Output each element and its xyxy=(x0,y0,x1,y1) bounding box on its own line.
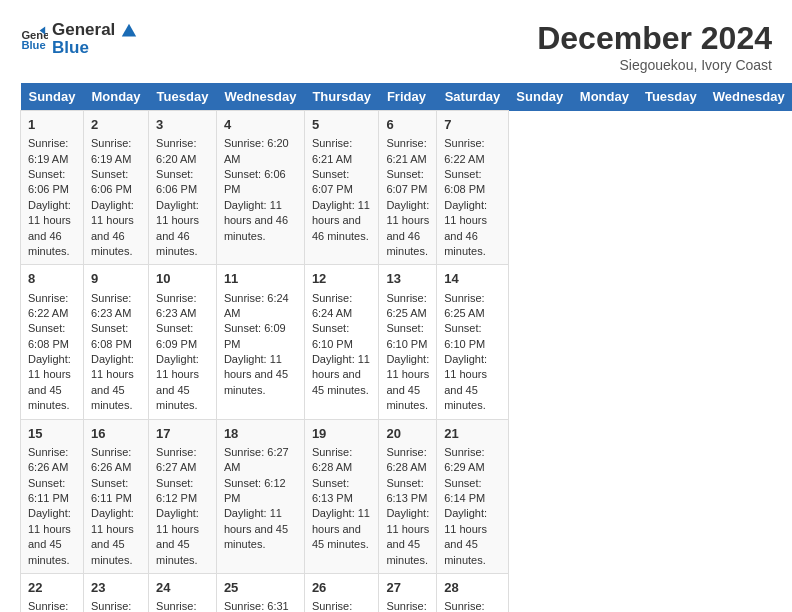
sunset-text: Sunset: 6:09 PM xyxy=(224,322,286,349)
calendar-cell: 13Sunrise: 6:25 AMSunset: 6:10 PMDayligh… xyxy=(379,265,437,419)
calendar-cell: 5Sunrise: 6:21 AMSunset: 6:07 PMDaylight… xyxy=(304,111,379,265)
day-number: 5 xyxy=(312,116,372,134)
calendar-cell: 15Sunrise: 6:26 AMSunset: 6:11 PMDayligh… xyxy=(21,419,84,573)
month-title: December 2024 xyxy=(537,20,772,57)
weekday-header-sunday: Sunday xyxy=(21,83,84,111)
day-number: 20 xyxy=(386,425,429,443)
daylight-text: Daylight: 11 hours and 46 minutes. xyxy=(156,199,199,257)
sunset-text: Sunset: 6:08 PM xyxy=(91,322,132,349)
daylight-text: Daylight: 11 hours and 45 minutes. xyxy=(224,507,288,550)
day-number: 14 xyxy=(444,270,501,288)
daylight-text: Daylight: 11 hours and 46 minutes. xyxy=(386,199,429,257)
logo: General Blue General Blue xyxy=(20,20,138,59)
sunrise-text: Sunrise: 6:20 AM xyxy=(156,137,196,164)
day-number: 26 xyxy=(312,579,372,597)
sunset-text: Sunset: 6:06 PM xyxy=(156,168,197,195)
day-number: 7 xyxy=(444,116,501,134)
daylight-text: Daylight: 11 hours and 46 minutes. xyxy=(28,199,71,257)
calendar-cell: 2Sunrise: 6:19 AMSunset: 6:06 PMDaylight… xyxy=(83,111,148,265)
sunset-text: Sunset: 6:13 PM xyxy=(312,477,353,504)
day-number: 1 xyxy=(28,116,76,134)
daylight-text: Daylight: 11 hours and 45 minutes. xyxy=(386,507,429,565)
calendar-cell: 7Sunrise: 6:22 AMSunset: 6:08 PMDaylight… xyxy=(437,111,509,265)
sunrise-text: Sunrise: 6:31 AM xyxy=(224,600,289,612)
calendar-week-1: 1Sunrise: 6:19 AMSunset: 6:06 PMDaylight… xyxy=(21,111,793,265)
sunrise-text: Sunrise: 6:28 AM xyxy=(386,446,426,473)
sunrise-text: Sunrise: 6:25 AM xyxy=(386,292,426,319)
sunrise-text: Sunrise: 6:28 AM xyxy=(312,446,352,473)
weekday-header-thursday: Thursday xyxy=(304,83,379,111)
calendar-cell: 19Sunrise: 6:28 AMSunset: 6:13 PMDayligh… xyxy=(304,419,379,573)
sunrise-text: Sunrise: 6:22 AM xyxy=(28,292,68,319)
day-number: 10 xyxy=(156,270,209,288)
daylight-text: Daylight: 11 hours and 46 minutes. xyxy=(91,199,134,257)
sunset-text: Sunset: 6:08 PM xyxy=(28,322,69,349)
sunset-text: Sunset: 6:12 PM xyxy=(156,477,197,504)
daylight-text: Daylight: 11 hours and 45 minutes. xyxy=(312,507,370,550)
calendar-cell: 3Sunrise: 6:20 AMSunset: 6:06 PMDaylight… xyxy=(149,111,217,265)
calendar-cell: 6Sunrise: 6:21 AMSunset: 6:07 PMDaylight… xyxy=(379,111,437,265)
calendar-cell: 21Sunrise: 6:29 AMSunset: 6:14 PMDayligh… xyxy=(437,419,509,573)
sunrise-text: Sunrise: 6:25 AM xyxy=(444,292,484,319)
sunset-text: Sunset: 6:08 PM xyxy=(444,168,485,195)
sunrise-text: Sunrise: 6:23 AM xyxy=(91,292,131,319)
location-subtitle: Siegouekou, Ivory Coast xyxy=(537,57,772,73)
sunrise-text: Sunrise: 6:26 AM xyxy=(28,446,68,473)
calendar-cell: 23Sunrise: 6:30 AMSunset: 6:15 PMDayligh… xyxy=(83,573,148,612)
day-number: 16 xyxy=(91,425,141,443)
calendar-cell: 24Sunrise: 6:30 AMSunset: 6:15 PMDayligh… xyxy=(149,573,217,612)
calendar-cell: 11Sunrise: 6:24 AMSunset: 6:09 PMDayligh… xyxy=(216,265,304,419)
sunset-text: Sunset: 6:06 PM xyxy=(224,168,286,195)
day-number: 28 xyxy=(444,579,501,597)
sunrise-text: Sunrise: 6:26 AM xyxy=(91,446,131,473)
weekday-header-wednesday: Wednesday xyxy=(216,83,304,111)
day-number: 4 xyxy=(224,116,297,134)
sunset-text: Sunset: 6:06 PM xyxy=(28,168,69,195)
sunset-text: Sunset: 6:11 PM xyxy=(28,477,69,504)
day-number: 2 xyxy=(91,116,141,134)
svg-text:Blue: Blue xyxy=(21,39,45,51)
sunset-text: Sunset: 6:07 PM xyxy=(312,168,353,195)
calendar-week-2: 8Sunrise: 6:22 AMSunset: 6:08 PMDaylight… xyxy=(21,265,793,419)
day-number: 18 xyxy=(224,425,297,443)
calendar-cell: 25Sunrise: 6:31 AMSunset: 6:16 PMDayligh… xyxy=(216,573,304,612)
weekday-header-tuesday: Tuesday xyxy=(637,83,705,111)
weekday-header-friday: Friday xyxy=(379,83,437,111)
daylight-text: Daylight: 11 hours and 45 minutes. xyxy=(91,507,134,565)
daylight-text: Daylight: 11 hours and 45 minutes. xyxy=(444,507,487,565)
day-number: 15 xyxy=(28,425,76,443)
page-header: General Blue General Blue December 2024 … xyxy=(20,20,772,73)
calendar-cell: 26Sunrise: 6:31 AMSunset: 6:16 PMDayligh… xyxy=(304,573,379,612)
daylight-text: Daylight: 11 hours and 45 minutes. xyxy=(386,353,429,411)
sunrise-text: Sunrise: 6:24 AM xyxy=(312,292,352,319)
day-number: 24 xyxy=(156,579,209,597)
sunrise-text: Sunrise: 6:32 AM xyxy=(444,600,484,612)
day-number: 12 xyxy=(312,270,372,288)
sunrise-text: Sunrise: 6:27 AM xyxy=(156,446,196,473)
calendar-cell: 9Sunrise: 6:23 AMSunset: 6:08 PMDaylight… xyxy=(83,265,148,419)
calendar-week-3: 15Sunrise: 6:26 AMSunset: 6:11 PMDayligh… xyxy=(21,419,793,573)
day-number: 21 xyxy=(444,425,501,443)
day-number: 23 xyxy=(91,579,141,597)
calendar-week-4: 22Sunrise: 6:29 AMSunset: 6:14 PMDayligh… xyxy=(21,573,793,612)
calendar-cell: 16Sunrise: 6:26 AMSunset: 6:11 PMDayligh… xyxy=(83,419,148,573)
day-number: 27 xyxy=(386,579,429,597)
day-number: 6 xyxy=(386,116,429,134)
calendar-cell: 12Sunrise: 6:24 AMSunset: 6:10 PMDayligh… xyxy=(304,265,379,419)
weekday-header-tuesday: Tuesday xyxy=(149,83,217,111)
sunset-text: Sunset: 6:11 PM xyxy=(91,477,132,504)
day-number: 22 xyxy=(28,579,76,597)
sunset-text: Sunset: 6:13 PM xyxy=(386,477,427,504)
sunset-text: Sunset: 6:07 PM xyxy=(386,168,427,195)
daylight-text: Daylight: 11 hours and 45 minutes. xyxy=(444,353,487,411)
sunrise-text: Sunrise: 6:19 AM xyxy=(28,137,68,164)
sunrise-text: Sunrise: 6:30 AM xyxy=(91,600,131,612)
day-number: 9 xyxy=(91,270,141,288)
sunset-text: Sunset: 6:09 PM xyxy=(156,322,197,349)
calendar-table: SundayMondayTuesdayWednesdayThursdayFrid… xyxy=(20,83,792,612)
calendar-cell: 8Sunrise: 6:22 AMSunset: 6:08 PMDaylight… xyxy=(21,265,84,419)
sunrise-text: Sunrise: 6:31 AM xyxy=(386,600,426,612)
day-number: 3 xyxy=(156,116,209,134)
daylight-text: Daylight: 11 hours and 46 minutes. xyxy=(444,199,487,257)
calendar-cell: 1Sunrise: 6:19 AMSunset: 6:06 PMDaylight… xyxy=(21,111,84,265)
